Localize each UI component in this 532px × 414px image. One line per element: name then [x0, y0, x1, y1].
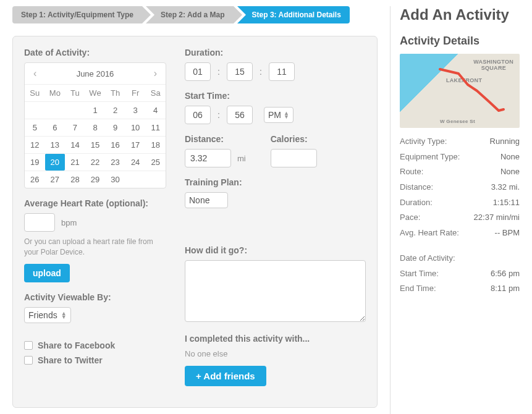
calendar-day[interactable]: 2	[105, 101, 125, 119]
sidebar-title: Add An Activity	[400, 6, 520, 23]
calendar: ‹ June 2016 › SuMoTuWeThFrSa 12345678910…	[24, 62, 166, 188]
activity-form: Date of Activity: ‹ June 2016 › SuMoTuWe…	[12, 36, 378, 408]
notes-textarea[interactable]	[185, 260, 366, 322]
calendar-day[interactable]: 30	[105, 171, 125, 188]
calendar-day[interactable]: 11	[145, 119, 166, 136]
calendar-day[interactable]: 12	[25, 136, 45, 153]
detail-key: Pace:	[400, 210, 420, 226]
calendar-day[interactable]: 29	[85, 171, 106, 188]
detail-value: None	[500, 164, 520, 180]
calendar-dow: Tu	[65, 84, 85, 101]
detail-row: End Time:8:11 pm	[400, 281, 520, 297]
distance-unit: mi	[234, 154, 246, 163]
calendar-day	[65, 101, 85, 119]
calendar-prev-icon[interactable]: ‹	[30, 67, 40, 80]
completed-with-value: No one else	[185, 349, 366, 360]
wizard-step-1[interactable]: Step 1: Activity/Equipment Type	[12, 6, 142, 23]
heart-rate-label: Average Heart Rate (optional):	[24, 198, 166, 208]
duration-hours-input[interactable]	[185, 62, 211, 81]
calendar-day[interactable]: 15	[85, 136, 106, 153]
calendar-dow: Fr	[125, 84, 146, 101]
duration-minutes-input[interactable]	[227, 62, 253, 81]
detail-row: Avg. Heart Rate:-- BPM	[400, 226, 520, 241]
detail-key: Activity Type:	[400, 134, 447, 150]
training-plan-label: Training Plan:	[185, 177, 366, 187]
calendar-day[interactable]: 22	[85, 153, 106, 171]
heart-rate-input[interactable]	[24, 213, 55, 232]
start-minute-input[interactable]	[227, 106, 253, 124]
calendar-month-title: June 2016	[77, 69, 114, 78]
calendar-day[interactable]: 14	[65, 136, 85, 153]
share-twitter-checkbox[interactable]: Share to Twitter	[24, 355, 166, 365]
distance-label: Distance:	[185, 134, 246, 144]
detail-value: 22:37 min/mi	[474, 210, 520, 226]
calendar-day[interactable]: 27	[45, 171, 65, 188]
calendar-day[interactable]: 26	[25, 171, 45, 188]
calendar-day[interactable]: 4	[145, 101, 166, 119]
calendar-dow: Su	[25, 84, 45, 101]
detail-row: Pace:22:37 min/mi	[400, 210, 520, 226]
detail-value: 8:11 pm	[491, 281, 520, 297]
calendar-day[interactable]: 3	[125, 101, 146, 119]
calendar-day	[25, 101, 45, 119]
calendar-day[interactable]: 6	[45, 119, 65, 136]
route-map[interactable]: LAKEFRONT WASHINGTON SQUARE W Genesee St	[400, 54, 520, 128]
add-friends-button[interactable]: + Add friends	[185, 366, 266, 386]
detail-value: 1:15:11	[493, 195, 520, 211]
calendar-day[interactable]: 17	[125, 136, 146, 153]
sidebar-details-title: Activity Details	[400, 35, 520, 48]
calendar-day[interactable]: 23	[105, 153, 125, 171]
duration-seconds-input[interactable]	[269, 62, 295, 81]
detail-value: 3.32 mi.	[491, 180, 520, 195]
calendar-day[interactable]: 10	[125, 119, 146, 136]
calendar-day[interactable]: 24	[125, 153, 146, 171]
calendar-day[interactable]: 13	[45, 136, 65, 153]
detail-row: Start Time:6:56 pm	[400, 266, 520, 282]
detail-key: Avg. Heart Rate:	[400, 226, 459, 241]
calendar-day[interactable]: 1	[85, 101, 106, 119]
calories-label: Calories:	[271, 134, 317, 144]
select-arrows-icon: ▲▼	[61, 311, 67, 319]
start-hour-input[interactable]	[185, 106, 211, 124]
calories-input[interactable]	[271, 149, 317, 167]
upload-button[interactable]: upload	[24, 264, 70, 282]
calendar-day[interactable]: 7	[65, 119, 85, 136]
start-ampm-select[interactable]: PM ▲▼	[264, 107, 293, 123]
detail-key: Route:	[400, 164, 423, 180]
wizard-step-3[interactable]: Step 3: Additional Details	[237, 6, 350, 23]
calendar-day[interactable]: 28	[65, 171, 85, 188]
calendar-day[interactable]: 5	[25, 119, 45, 136]
share-facebook-checkbox[interactable]: Share to Facebook	[24, 340, 166, 350]
calendar-day[interactable]: 8	[85, 119, 106, 136]
heart-rate-unit: bpm	[57, 218, 77, 227]
calendar-day[interactable]: 20	[45, 153, 65, 171]
date-label: Date of Activity:	[24, 48, 166, 57]
detail-key: Equipment Type:	[400, 150, 460, 165]
wizard-steps: Step 1: Activity/Equipment Type Step 2: …	[12, 6, 378, 23]
calendar-dow: Sa	[145, 84, 166, 101]
detail-key: End Time:	[400, 281, 436, 297]
sidebar: Add An Activity Activity Details LAKEFRO…	[390, 6, 520, 414]
calendar-day[interactable]: 9	[105, 119, 125, 136]
calendar-day[interactable]: 19	[25, 153, 45, 171]
distance-input[interactable]	[185, 149, 231, 167]
start-time-label: Start Time:	[185, 91, 366, 101]
detail-value: -- BPM	[495, 226, 520, 241]
detail-row: Activity Type:Running	[400, 134, 520, 150]
detail-row: Duration:1:15:11	[400, 195, 520, 211]
calendar-day[interactable]: 16	[105, 136, 125, 153]
visibility-select[interactable]: Friends ▲▼	[24, 307, 71, 323]
calendar-day[interactable]: 18	[145, 136, 166, 153]
calendar-next-icon[interactable]: ›	[150, 67, 161, 80]
wizard-step-2[interactable]: Step 2: Add a Map	[146, 6, 234, 23]
calendar-day[interactable]: 25	[145, 153, 166, 171]
calendar-dow: Mo	[45, 84, 65, 101]
calendar-day[interactable]: 21	[65, 153, 85, 171]
calendar-dow: Th	[105, 84, 125, 101]
detail-row: Equipment Type:None	[400, 150, 520, 165]
visibility-label: Activity Viewable By:	[24, 292, 166, 302]
completed-with-label: I completed this activity with...	[185, 334, 366, 344]
detail-value: None	[500, 150, 520, 165]
stepper-arrows-icon: ▲▼	[284, 111, 289, 119]
training-plan-select[interactable]: None	[185, 192, 228, 208]
